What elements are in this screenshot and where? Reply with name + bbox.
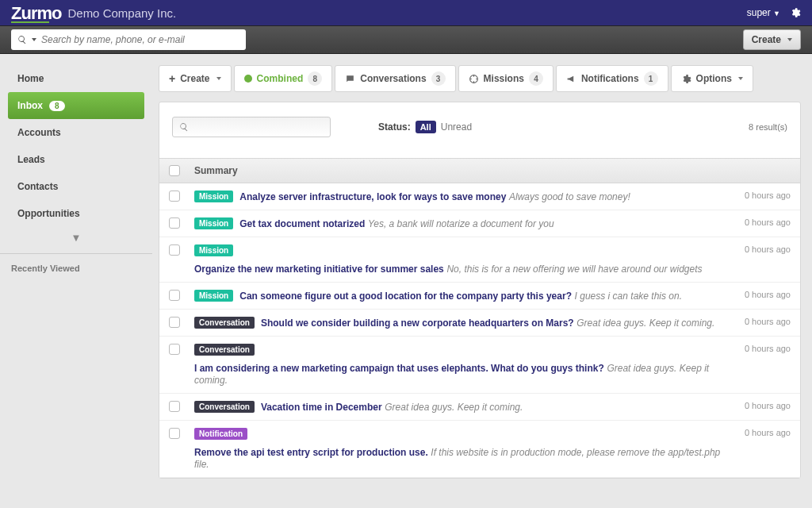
type-tag: Mission [194, 217, 233, 229]
row-description: No, this is for a new offering we will h… [446, 264, 702, 275]
table-row[interactable]: Mission Can someone figure out a good lo… [159, 283, 800, 310]
row-title[interactable]: Vacation time in December [261, 402, 382, 413]
tab-combined[interactable]: Combined 8 [234, 65, 333, 92]
sidebar-item-opportunities[interactable]: Opportunities [8, 200, 144, 227]
gear-icon [681, 74, 691, 84]
row-description: I guess i can take this on. [575, 291, 682, 302]
row-checkbox[interactable] [169, 344, 180, 355]
global-search[interactable] [11, 29, 246, 50]
row-title[interactable]: Remove the api test entry script for pro… [194, 447, 428, 458]
row-checkbox[interactable] [169, 428, 180, 439]
logo[interactable]: Zurmo [11, 3, 61, 23]
row-checkbox[interactable] [169, 317, 180, 328]
inbox-count-badge: 8 [49, 101, 65, 111]
row-description: Always good to save money! [509, 191, 630, 202]
sidebar-item-inbox[interactable]: Inbox 8 [8, 92, 144, 119]
chevron-down-icon[interactable] [32, 38, 36, 41]
row-description: Great idea guys. Keep it coming. [576, 318, 714, 329]
row-timestamp: 0 hours ago [737, 290, 791, 299]
tab-create[interactable]: + Create [159, 65, 232, 92]
table-row[interactable]: Conversation Vacation time in December G… [159, 394, 800, 421]
type-tag: Notification [194, 428, 247, 440]
summary-column-header: Summary [194, 165, 238, 176]
row-title[interactable]: Should we consider building a new corpor… [261, 318, 574, 329]
top-bar: Zurmo Demo Company Inc. super ▼ [0, 0, 812, 25]
target-icon [469, 74, 479, 84]
search-icon [179, 122, 189, 132]
row-title[interactable]: Get tax document notarized [239, 218, 365, 229]
tab-bar: + Create Combined 8 Conversations 3 Miss… [159, 65, 801, 92]
row-checkbox[interactable] [169, 190, 180, 202]
status-label: Status: [378, 121, 411, 133]
megaphone-icon [566, 74, 576, 84]
table-row[interactable]: Conversation I am considering a new mark… [159, 337, 800, 394]
row-timestamp: 0 hours ago [737, 217, 791, 227]
list-search[interactable] [172, 117, 331, 137]
search-icon [17, 35, 27, 44]
select-all-checkbox[interactable] [169, 165, 180, 176]
row-timestamp: 0 hours ago [737, 244, 791, 254]
sidebar: Home Inbox 8 Accounts Leads Contacts Opp… [0, 54, 152, 508]
row-title[interactable]: I am considering a new marketing campaig… [194, 363, 604, 374]
table-row[interactable]: Mission Analyze server infrastructure, l… [159, 183, 800, 210]
row-timestamp: 0 hours ago [737, 344, 791, 353]
row-checkbox[interactable] [169, 244, 180, 256]
row-checkbox[interactable] [169, 290, 180, 301]
row-description: Yes, a bank will notarize a document for… [368, 218, 554, 229]
company-name: Demo Company Inc. [67, 6, 176, 20]
list-panel: Status: All Unread 8 result(s) Summary M… [159, 102, 801, 479]
type-tag: Conversation [194, 401, 255, 413]
speech-icon [345, 74, 355, 84]
row-timestamp: 0 hours ago [737, 428, 791, 437]
row-timestamp: 0 hours ago [737, 190, 791, 200]
status-filter-unread[interactable]: Unread [441, 121, 472, 133]
list-header: Summary [159, 158, 800, 183]
plus-icon: + [169, 72, 175, 85]
table-row[interactable]: Mission Organize the new marketing initi… [159, 237, 800, 283]
global-search-input[interactable] [41, 34, 239, 45]
table-row[interactable]: Notification Remove the api test entry s… [159, 421, 800, 478]
chevron-down-icon [216, 77, 221, 80]
row-checkbox[interactable] [169, 217, 180, 229]
create-button[interactable]: Create [743, 29, 801, 50]
row-title[interactable]: Organize the new marketing initiative fo… [194, 264, 444, 275]
chevron-down-icon [738, 77, 743, 80]
type-tag: Mission [194, 190, 233, 202]
recently-viewed-header: Recently Viewed [0, 253, 152, 283]
sidebar-item-accounts[interactable]: Accounts [8, 119, 144, 146]
type-tag: Mission [194, 244, 233, 256]
tab-missions[interactable]: Missions 4 [458, 65, 553, 92]
chevron-down-icon [787, 38, 792, 41]
row-checkbox[interactable] [169, 401, 180, 412]
table-row[interactable]: Mission Get tax document notarized Yes, … [159, 210, 800, 237]
type-tag: Conversation [194, 317, 255, 329]
row-title[interactable]: Can someone figure out a good location f… [239, 291, 572, 302]
result-count: 8 result(s) [749, 122, 787, 132]
dot-icon [244, 75, 252, 83]
row-timestamp: 0 hours ago [737, 401, 791, 410]
user-menu[interactable]: super ▼ [747, 7, 780, 18]
search-bar: Create [0, 25, 812, 54]
tab-options[interactable]: Options [671, 65, 753, 92]
table-row[interactable]: Conversation Should we consider building… [159, 310, 800, 337]
tab-conversations[interactable]: Conversations 3 [335, 65, 455, 92]
sidebar-item-leads[interactable]: Leads [8, 146, 144, 173]
type-tag: Conversation [194, 344, 255, 356]
type-tag: Mission [194, 290, 233, 302]
list-search-input[interactable] [189, 121, 324, 133]
sidebar-expand-toggle[interactable]: ▼ [8, 227, 144, 248]
status-filter-all[interactable]: All [416, 121, 436, 133]
tab-notifications[interactable]: Notifications 1 [556, 65, 668, 92]
sidebar-item-home[interactable]: Home [8, 65, 144, 92]
row-description: Great idea guys. Keep it coming. [385, 402, 523, 413]
row-title[interactable]: Analyze server infrastructure, look for … [239, 191, 506, 202]
main-content: + Create Combined 8 Conversations 3 Miss… [152, 54, 812, 508]
gear-icon[interactable] [790, 7, 801, 18]
row-timestamp: 0 hours ago [737, 317, 791, 326]
sidebar-item-contacts[interactable]: Contacts [8, 173, 144, 200]
